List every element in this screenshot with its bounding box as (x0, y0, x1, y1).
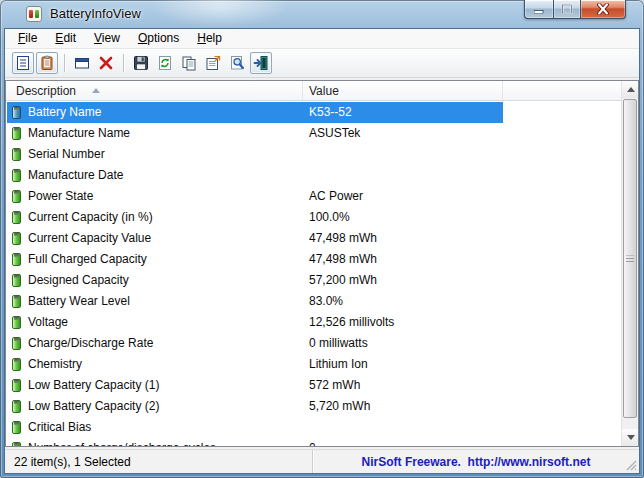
exit-button[interactable] (250, 52, 272, 74)
thumb-grip-icon (626, 255, 634, 262)
table-row[interactable]: Critical Bias (6, 417, 621, 438)
battery-icon (12, 337, 21, 350)
scroll-up-button[interactable] (622, 81, 639, 98)
battery-info-view-button[interactable] (12, 52, 34, 74)
sort-ascending-icon (92, 88, 100, 93)
table-row[interactable]: Battery Wear Level 83.0% (6, 291, 621, 312)
scrollbar-thumb[interactable] (623, 99, 637, 418)
glass-highlight (150, 0, 290, 28)
battery-icon (12, 316, 21, 329)
refresh-icon (157, 55, 173, 71)
table-row[interactable]: Number of charge/discharge cycles 0 (6, 438, 621, 446)
battery-icon (12, 379, 21, 392)
column-header-description[interactable]: Description (6, 81, 303, 100)
menu-options[interactable]: Options (129, 29, 188, 48)
table-row[interactable]: Manufacture Date (6, 165, 621, 186)
list-body: Battery Name K53--52 Manufacture Name AS… (6, 102, 621, 446)
clipboard-icon (39, 55, 55, 71)
row-value: 57,200 mWh (309, 270, 377, 291)
row-value: 47,498 mWh (309, 249, 377, 270)
document-lines-icon (15, 55, 31, 71)
row-value: 0 milliwatts (309, 333, 368, 354)
row-description: Current Capacity Value (28, 228, 151, 249)
column-label: Description (16, 84, 76, 98)
arrow-up-icon (627, 87, 635, 92)
column-header-filler (503, 81, 621, 100)
close-icon (597, 4, 609, 15)
menu-file[interactable]: File (9, 29, 46, 48)
menu-view[interactable]: View (85, 29, 129, 48)
row-value: 83.0% (309, 291, 343, 312)
copy-pages-icon (181, 55, 197, 71)
resize-grip[interactable] (625, 459, 637, 471)
row-description: Serial Number (28, 144, 105, 165)
maximize-button[interactable] (553, 0, 581, 19)
table-row[interactable]: Power State AC Power (6, 186, 621, 207)
table-row[interactable]: Battery Name K53--52 (6, 102, 621, 123)
table-row[interactable]: Serial Number (6, 144, 621, 165)
toolbar (5, 49, 639, 78)
window-icon (74, 55, 90, 71)
table-row[interactable]: Current Capacity Value 47,498 mWh (6, 228, 621, 249)
battery-info-list: Description Value Battery Name K53--52 M… (5, 80, 639, 447)
battery-icon (12, 421, 21, 434)
row-description: Designed Capacity (28, 270, 129, 291)
menu-bar: FileEditViewOptionsHelp (5, 29, 639, 49)
battery-log-view-button[interactable] (36, 52, 58, 74)
table-row[interactable]: Charge/Discharge Rate 0 milliwatts (6, 333, 621, 354)
minimize-button[interactable] (524, 0, 553, 19)
delete-button[interactable] (95, 52, 117, 74)
save-button[interactable] (130, 52, 152, 74)
scroll-down-button[interactable] (622, 429, 639, 446)
table-row[interactable]: Current Capacity (in %) 100.0% (6, 207, 621, 228)
row-description: Current Capacity (in %) (28, 207, 153, 228)
row-value: K53--52 (309, 102, 352, 123)
table-row[interactable]: Manufacture Name ASUSTek (6, 123, 621, 144)
table-row[interactable]: Low Battery Capacity (1) 572 mWh (6, 375, 621, 396)
magnifier-icon (229, 55, 245, 71)
row-value: 0 (309, 438, 316, 446)
properties-button[interactable] (202, 52, 224, 74)
menu-edit[interactable]: Edit (46, 29, 85, 48)
floppy-disk-icon (133, 55, 149, 71)
battery-icon (12, 127, 21, 140)
battery-icon (12, 169, 21, 182)
maximize-icon (562, 4, 573, 14)
battery-icon (12, 400, 21, 413)
column-header-value[interactable]: Value (303, 81, 503, 100)
copy-button[interactable] (178, 52, 200, 74)
exit-door-icon (253, 55, 269, 71)
close-button[interactable] (581, 0, 626, 19)
row-value: 100.0% (309, 207, 350, 228)
row-description: Low Battery Capacity (1) (28, 375, 159, 396)
battery-icon (12, 148, 21, 161)
table-row[interactable]: Low Battery Capacity (2) 5,720 mWh (6, 396, 621, 417)
red-x-icon (98, 55, 114, 71)
row-description: Manufacture Date (28, 165, 123, 186)
refresh-button[interactable] (154, 52, 176, 74)
battery-icon (12, 358, 21, 371)
row-description: Power State (28, 186, 93, 207)
table-row[interactable]: Designed Capacity 57,200 mWh (6, 270, 621, 291)
nirsoft-link[interactable]: NirSoft Freeware. http://www.nirsoft.net (362, 455, 591, 469)
toolbar-separator (123, 54, 124, 72)
table-row[interactable]: Voltage 12,526 millivolts (6, 312, 621, 333)
row-value: Lithium Ion (309, 354, 368, 375)
row-description: Manufacture Name (28, 123, 130, 144)
client-area: FileEditViewOptionsHelp (4, 28, 640, 474)
find-button[interactable] (226, 52, 248, 74)
row-description: Battery Name (28, 102, 101, 123)
title-bar[interactable]: BatteryInfoView (0, 0, 644, 28)
vertical-scrollbar[interactable] (621, 81, 638, 446)
battery-icon (12, 442, 21, 446)
battery-icon (12, 274, 21, 287)
table-row[interactable]: Full Charged Capacity 47,498 mWh (6, 249, 621, 270)
menu-help[interactable]: Help (188, 29, 231, 48)
report-window-button[interactable] (71, 52, 93, 74)
row-description: Full Charged Capacity (28, 249, 147, 270)
row-description: Low Battery Capacity (2) (28, 396, 159, 417)
row-value: 5,720 mWh (309, 396, 370, 417)
table-row[interactable]: Chemistry Lithium Ion (6, 354, 621, 375)
row-value: AC Power (309, 186, 363, 207)
battery-icon (12, 232, 21, 245)
